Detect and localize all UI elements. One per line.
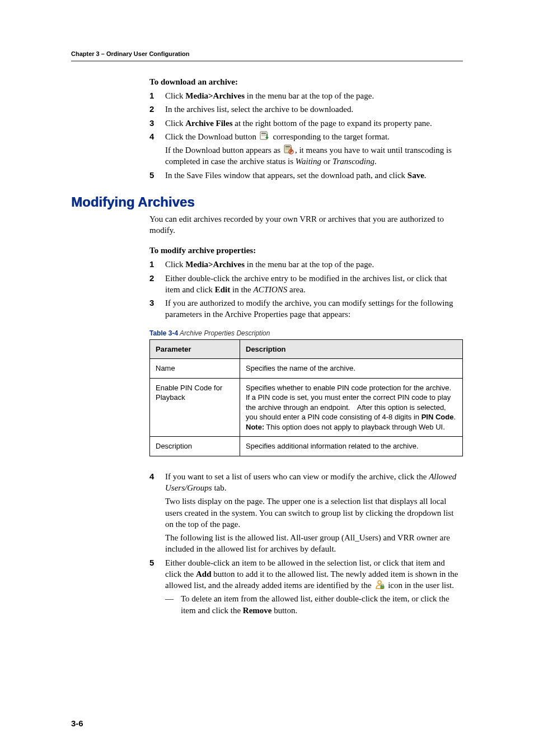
section-title-modifying-archives: Modifying Archives (71, 194, 463, 210)
step-body: Either double-click an item to be allowe… (165, 557, 463, 616)
modifying-intro-block: You can edit archives recorded by your o… (149, 213, 463, 617)
download-icon (260, 131, 270, 141)
table-row: DescriptionSpecifies additional informat… (150, 437, 463, 456)
step-body: Either double-click the archive entry to… (165, 273, 463, 296)
download-disabled-icon (284, 144, 294, 155)
svg-rect-2 (261, 134, 266, 135)
step-number: 3 (149, 118, 165, 129)
modify-steps-b: 4If you want to set a list of users who … (149, 470, 463, 617)
step-body: If you want to set a list of users who c… (165, 471, 463, 555)
table-caption-number: Table 3-4 (149, 329, 178, 337)
dash-text: To delete an item from the allowed list,… (181, 593, 463, 616)
step-text: Click Archive Files at the right bottom … (165, 118, 463, 129)
archive-properties-table: Parameter Description NameSpecifies the … (149, 339, 463, 456)
svg-point-10 (378, 581, 381, 584)
modify-steps-a: 1Click Media>Archives in the menu bar at… (149, 258, 463, 321)
step-text: Either double-click an item to be allowe… (165, 557, 463, 591)
cell-description: Specifies whether to enable PIN code pro… (240, 378, 463, 437)
step-text: If you want to set a list of users who c… (165, 471, 463, 494)
step-extra: The following list is the allowed list. … (165, 532, 463, 555)
download-steps: 1Click Media>Archives in the menu bar at… (149, 89, 463, 182)
step-item: 5In the Save Files window that appears, … (149, 169, 463, 182)
svg-rect-3 (261, 136, 266, 136)
step-text: Click Media>Archives in the menu bar at … (165, 259, 463, 270)
step-body: If you are authorized to modify the arch… (165, 297, 463, 320)
step-number: 1 (149, 259, 165, 270)
step-text: Click the Download button corresponding … (165, 131, 463, 142)
step-body: Click Archive Files at the right bottom … (165, 118, 463, 129)
step-item: 1Click Media>Archives in the menu bar at… (149, 258, 463, 271)
step-number: 5 (149, 557, 165, 616)
running-header: Chapter 3 – Ordinary User Configuration (71, 50, 463, 57)
step-body: Click Media>Archives in the menu bar at … (165, 90, 463, 101)
step-body: In the archives list, select the archive… (165, 104, 463, 115)
step-extra: If the Download button appears as , it m… (165, 144, 463, 167)
th-description: Description (240, 339, 463, 359)
step-item: 3If you are authorized to modify the arc… (149, 296, 463, 321)
table-caption-text: Archive Properties Description (178, 329, 270, 337)
step-text: Click Media>Archives in the menu bar at … (165, 90, 463, 101)
step-item: 4Click the Download button corresponding… (149, 130, 463, 169)
step-number: 2 (149, 273, 165, 296)
step-number: 1 (149, 90, 165, 101)
user-lock-icon (374, 580, 385, 590)
table-row: Enable PIN Code for PlaybackSpecifies wh… (150, 378, 463, 437)
step-text: In the archives list, select the archive… (165, 104, 463, 115)
page-number: 3-6 (71, 718, 83, 728)
dash-item: —To delete an item from the allowed list… (165, 593, 463, 616)
cell-parameter: Description (150, 437, 240, 456)
step-body: In the Save Files window that appears, s… (165, 170, 463, 181)
modifying-intro: You can edit archives recorded by your o… (149, 213, 463, 236)
step-number: 3 (149, 297, 165, 320)
step-item: 2Either double-click the archive entry t… (149, 272, 463, 297)
th-parameter: Parameter (150, 339, 240, 359)
step-item: 1Click Media>Archives in the menu bar at… (149, 89, 463, 102)
step-number: 4 (149, 131, 165, 167)
dash-marker: — (165, 593, 181, 616)
svg-rect-1 (261, 133, 266, 134)
step-body: Click the Download button corresponding … (165, 131, 463, 167)
modify-lead: To modify archive properties: (149, 246, 463, 255)
step-text: In the Save Files window that appears, s… (165, 170, 463, 181)
step-body: Click Media>Archives in the menu bar at … (165, 259, 463, 270)
svg-rect-11 (381, 586, 384, 589)
header-rule (71, 60, 463, 62)
step-item: 5Either double-click an item to be allow… (149, 556, 463, 617)
step-item: 3Click Archive Files at the right bottom… (149, 116, 463, 130)
svg-rect-7 (285, 149, 290, 150)
table-row: NameSpecifies the name of the archive. (150, 359, 463, 379)
download-archive-block: To download an archive: 1Click Media>Arc… (149, 77, 463, 182)
svg-rect-5 (285, 146, 290, 147)
step-item: 4If you want to set a list of users who … (149, 470, 463, 556)
download-lead: To download an archive: (149, 77, 463, 87)
svg-rect-6 (285, 148, 290, 148)
step-number: 4 (149, 471, 165, 555)
step-item: 2In the archives list, select the archiv… (149, 102, 463, 116)
step-text: Either double-click the archive entry to… (165, 273, 463, 296)
page: Chapter 3 – Ordinary User Configuration … (0, 0, 534, 756)
step-text: If you are authorized to modify the arch… (165, 297, 463, 320)
step-number: 5 (149, 170, 165, 181)
cell-parameter: Name (150, 359, 240, 379)
dash-list: —To delete an item from the allowed list… (165, 593, 463, 616)
table-caption: Table 3-4 Archive Properties Description (149, 329, 463, 337)
cell-description: Specifies additional information related… (240, 437, 463, 456)
cell-description: Specifies the name of the archive. (240, 359, 463, 379)
step-number: 2 (149, 104, 165, 115)
step-extra: Two lists display on the page. The upper… (165, 496, 463, 530)
table-header-row: Parameter Description (150, 339, 463, 359)
cell-parameter: Enable PIN Code for Playback (150, 378, 240, 437)
